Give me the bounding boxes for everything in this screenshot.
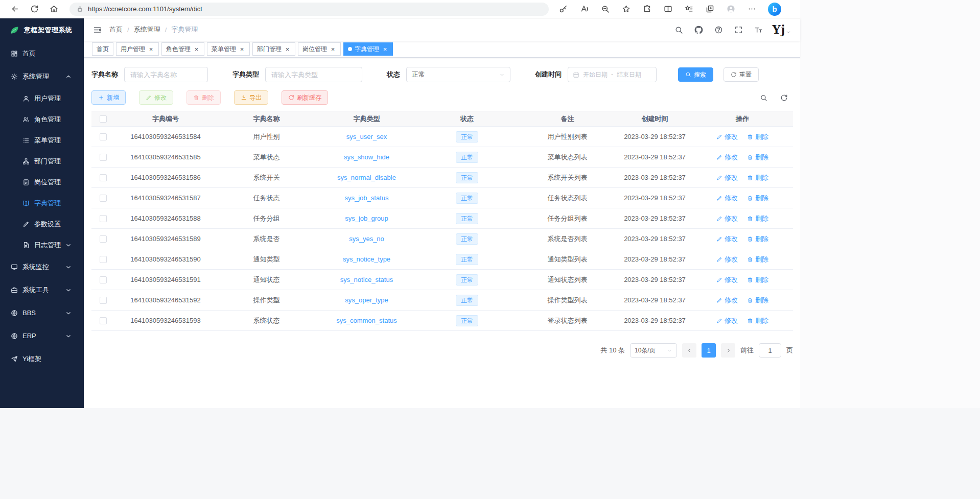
browser-back-button[interactable]: [6, 2, 24, 16]
dict-type-link[interactable]: sys_job_group: [345, 215, 388, 222]
tab-user-mgmt[interactable]: 用户管理×: [116, 42, 159, 56]
row-delete-button[interactable]: 删除: [747, 316, 768, 325]
tab-menu-mgmt[interactable]: 菜单管理×: [207, 42, 250, 56]
row-checkbox[interactable]: [100, 276, 107, 283]
row-edit-button[interactable]: 修改: [716, 153, 738, 162]
tab-post-mgmt[interactable]: 岗位管理×: [298, 42, 341, 56]
row-checkbox[interactable]: [100, 256, 107, 263]
row-delete-button[interactable]: 删除: [747, 153, 768, 162]
sidebar-item-dept-mgmt[interactable]: 部门管理: [0, 151, 84, 172]
row-delete-button[interactable]: 删除: [747, 132, 768, 141]
browser-refresh-button[interactable]: [26, 2, 43, 16]
sidebar-item-role-mgmt[interactable]: 角色管理: [0, 109, 84, 130]
page-size-select[interactable]: 10条/页: [630, 343, 677, 358]
sidebar-item-system-tools[interactable]: 系统工具: [0, 278, 84, 301]
dict-type-link[interactable]: sys_common_status: [336, 317, 397, 324]
row-checkbox[interactable]: [100, 317, 107, 324]
date-range-picker[interactable]: 开始日期 - 结束日期: [568, 67, 657, 82]
tab-dict-mgmt[interactable]: 字典管理×: [343, 42, 393, 56]
row-edit-button[interactable]: 修改: [716, 234, 738, 244]
sidebar-item-dict-mgmt[interactable]: 字典管理: [0, 193, 84, 213]
close-icon[interactable]: ×: [382, 46, 388, 53]
breadcrumb-item[interactable]: 系统管理: [134, 25, 160, 34]
add-button[interactable]: 新增: [91, 90, 126, 105]
sidebar-item-menu-mgmt[interactable]: 菜单管理: [0, 130, 84, 151]
row-checkbox[interactable]: [100, 133, 107, 140]
sidebar-item-system-mgmt[interactable]: 系统管理: [0, 65, 84, 88]
row-delete-button[interactable]: 删除: [747, 194, 768, 203]
row-delete-button[interactable]: 删除: [747, 234, 768, 244]
sidebar-item-bbs[interactable]: BBS: [0, 301, 84, 324]
goto-page-input[interactable]: [759, 343, 781, 358]
search-button[interactable]: 搜索: [678, 67, 713, 82]
browser-read-aloud-button[interactable]: [575, 2, 593, 16]
row-delete-button[interactable]: 删除: [747, 214, 768, 223]
dict-type-input[interactable]: [265, 67, 362, 82]
close-icon[interactable]: ×: [148, 46, 154, 53]
breadcrumb-item[interactable]: 首页: [109, 25, 123, 34]
row-checkbox[interactable]: [100, 215, 107, 222]
browser-zoom-button[interactable]: [596, 2, 614, 16]
row-edit-button[interactable]: 修改: [716, 275, 738, 284]
sidebar-item-home[interactable]: 首页: [0, 42, 84, 65]
row-delete-button[interactable]: 删除: [747, 275, 768, 284]
row-edit-button[interactable]: 修改: [716, 316, 738, 325]
browser-home-button[interactable]: [45, 2, 62, 16]
dict-type-link[interactable]: sys_notice_type: [343, 255, 390, 263]
table-refresh-button[interactable]: [779, 92, 789, 103]
row-checkbox[interactable]: [100, 297, 107, 304]
row-delete-button[interactable]: 删除: [747, 173, 768, 182]
row-delete-button[interactable]: 删除: [747, 255, 768, 264]
row-edit-button[interactable]: 修改: [716, 194, 738, 203]
row-checkbox[interactable]: [100, 235, 107, 243]
sidebar-toggle-icon[interactable]: [93, 26, 102, 34]
browser-key-button[interactable]: [554, 2, 572, 16]
table-search-button[interactable]: [758, 92, 768, 103]
prev-page-button[interactable]: [682, 343, 696, 358]
browser-favorite-add-button[interactable]: [617, 2, 635, 16]
sidebar-item-system-monitor[interactable]: 系统监控: [0, 255, 84, 278]
row-checkbox[interactable]: [100, 174, 107, 181]
reset-button[interactable]: 重置: [724, 67, 759, 82]
browser-more-button[interactable]: [742, 2, 761, 16]
dict-type-link[interactable]: sys_oper_type: [345, 296, 388, 304]
browser-split-screen-button[interactable]: [659, 2, 677, 16]
dict-type-link[interactable]: sys_normal_disable: [337, 174, 396, 181]
dict-type-link[interactable]: sys_notice_status: [340, 276, 393, 283]
header-search-button[interactable]: [672, 22, 686, 37]
header-font-size-button[interactable]: [752, 22, 766, 37]
row-edit-button[interactable]: 修改: [716, 296, 738, 305]
export-button[interactable]: 导出: [234, 90, 268, 105]
close-icon[interactable]: ×: [193, 46, 200, 53]
sidebar-item-post-mgmt[interactable]: 岗位管理: [0, 172, 84, 193]
close-icon[interactable]: ×: [239, 46, 245, 53]
sidebar-item-erp[interactable]: ERP: [0, 324, 84, 347]
url-bar[interactable]: https://ccnetcore.com:1101/system/dict: [69, 3, 549, 16]
refresh-cache-button[interactable]: 刷新缓存: [282, 90, 328, 105]
row-edit-button[interactable]: 修改: [716, 173, 738, 182]
browser-collections-button[interactable]: [701, 2, 719, 16]
dict-name-input[interactable]: [124, 67, 208, 82]
dict-type-link[interactable]: sys_job_status: [345, 194, 389, 202]
yj-brand-logo[interactable]: Yj: [772, 24, 791, 36]
page-1-button[interactable]: 1: [702, 343, 716, 358]
row-checkbox[interactable]: [100, 154, 107, 161]
next-page-button[interactable]: [721, 343, 735, 358]
tab-role-mgmt[interactable]: 角色管理×: [161, 42, 204, 56]
sidebar-item-yi-framework[interactable]: Yi框架: [0, 347, 84, 370]
dict-type-link[interactable]: sys_show_hide: [344, 153, 389, 161]
tab-dept-mgmt[interactable]: 部门管理×: [252, 42, 295, 56]
close-icon[interactable]: ×: [330, 46, 336, 53]
close-icon[interactable]: ×: [284, 46, 291, 53]
row-edit-button[interactable]: 修改: [716, 132, 738, 141]
row-edit-button[interactable]: 修改: [716, 214, 738, 223]
row-delete-button[interactable]: 删除: [747, 296, 768, 305]
tab-home[interactable]: 首页: [92, 42, 113, 56]
delete-button[interactable]: 删除: [186, 90, 221, 105]
bing-copilot-button[interactable]: b: [768, 3, 781, 16]
sidebar-item-log-mgmt[interactable]: 日志管理: [0, 234, 84, 255]
sidebar-item-param-settings[interactable]: 参数设置: [0, 213, 84, 234]
status-select[interactable]: 正常: [406, 67, 510, 82]
row-edit-button[interactable]: 修改: [716, 255, 738, 264]
dict-type-link[interactable]: sys_user_sex: [346, 133, 387, 140]
